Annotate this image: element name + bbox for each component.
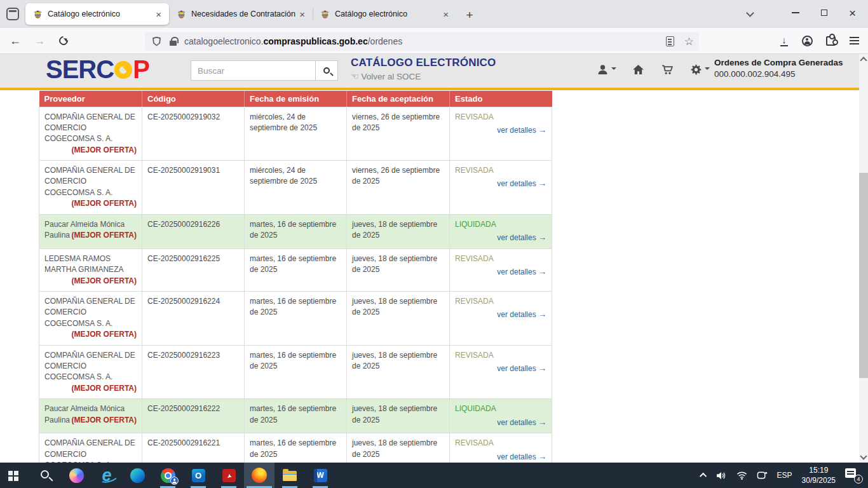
status-label: LIQUIDADA — [455, 403, 546, 414]
outlook-taskbar-button[interactable]: O — [183, 463, 214, 488]
forward-button[interactable]: → — [29, 31, 50, 50]
extensions-button[interactable] — [820, 31, 841, 50]
edge-taskbar-button[interactable] — [122, 463, 153, 488]
browser-tab[interactable]: Catálogo electrónico× — [313, 3, 456, 25]
mejor-oferta-label: (MEJOR OFERTA) — [72, 276, 137, 287]
notification-center-button[interactable]: 4 — [845, 467, 862, 484]
clock[interactable]: 15:1930/9/2025 — [802, 465, 836, 485]
tab-close-icon[interactable]: × — [153, 10, 164, 19]
orders-label: Ordenes de Compra Generadas — [714, 58, 853, 67]
scroll-down-icon[interactable] — [860, 452, 867, 459]
account-button[interactable] — [797, 31, 817, 50]
ver-detalles-line: ver detalles → — [455, 451, 546, 463]
search-button[interactable] — [316, 60, 338, 81]
home-button[interactable] — [632, 63, 645, 76]
search-taskbar-button[interactable] — [31, 463, 61, 488]
cart-button[interactable] — [660, 63, 674, 76]
url-text[interactable]: catalogoelectronico.compraspublicas.gob.… — [184, 36, 666, 46]
browser-tab[interactable]: Necesidades de Contratación y× — [169, 3, 313, 25]
ver-detalles-link[interactable]: ver detalles — [497, 126, 538, 135]
downloads-icon: ↓ — [780, 35, 788, 46]
screen: Catálogo electrónico×Necesidades de Cont… — [0, 0, 868, 488]
order-row: Paucar Almeida Mónica Paulina (MEJOR OFE… — [39, 399, 552, 433]
meet-now-icon[interactable] — [757, 471, 768, 480]
chrome-taskbar-button[interactable] — [153, 463, 183, 488]
scrollbar-thumb[interactable] — [859, 173, 868, 378]
ie-taskbar-button[interactable]: e — [92, 463, 122, 488]
table-header-row: ProveedorCódigoFecha de emisiónFecha de … — [39, 91, 552, 107]
start-taskbar-button[interactable] — [0, 463, 31, 488]
tab-close-icon[interactable]: × — [297, 10, 308, 19]
browser-tab[interactable]: Catálogo electrónico× — [25, 3, 169, 25]
tracking-shield-icon[interactable] — [153, 37, 161, 46]
tab-close-icon[interactable]: × — [440, 10, 451, 19]
minimize-button[interactable] — [781, 0, 810, 25]
ecuador-crest-icon — [33, 10, 43, 19]
status-cell: REVISADAver detalles → — [450, 107, 552, 161]
downloads-button[interactable]: ↓ — [774, 31, 794, 50]
restore-button[interactable] — [810, 0, 838, 25]
ver-detalles-link[interactable]: ver detalles — [497, 364, 538, 373]
word-taskbar-button[interactable]: W — [305, 463, 336, 488]
hand-back-icon: ☜ — [351, 71, 359, 81]
new-tab-button[interactable]: + — [461, 6, 478, 23]
firefox-icon — [252, 468, 267, 483]
menu-button[interactable] — [844, 31, 864, 50]
ecuador-crest-icon — [320, 10, 330, 19]
acrobat-taskbar-button[interactable] — [214, 463, 244, 488]
orders-table-wrap: ProveedorCódigoFecha de emisiónFecha de … — [39, 91, 552, 488]
scroll-up-icon[interactable] — [860, 57, 867, 64]
ver-detalles-line: ver detalles → — [455, 266, 546, 278]
page-title-block: CATÁLOGO ELECTRÓNICO ☜Volver al SOCE — [351, 57, 496, 81]
status-cell: REVISADAver detalles → — [450, 345, 552, 399]
edge-icon — [130, 468, 145, 483]
column-header: Proveedor — [39, 91, 142, 107]
ver-detalles-link[interactable]: ver detalles — [497, 233, 538, 242]
puzzle-icon — [826, 36, 836, 46]
orders-number: 000.000.002.904.495 — [714, 69, 853, 79]
firefox-taskbar-button[interactable] — [244, 463, 275, 488]
settings-menu-button[interactable] — [689, 63, 710, 76]
logo-p: P — [133, 55, 149, 83]
page-scrollbar[interactable] — [859, 54, 868, 463]
list-all-tabs-button[interactable] — [736, 0, 764, 25]
language-indicator[interactable]: ESP — [777, 471, 792, 480]
volume-icon[interactable] — [716, 471, 727, 480]
emission-date-cell: martes, 16 de septiembre de 2025 — [245, 399, 347, 433]
copilot-taskbar-button[interactable] — [61, 463, 92, 488]
ver-detalles-line: ver detalles → — [455, 178, 546, 190]
emission-date-cell: martes, 16 de septiembre de 2025 — [245, 345, 347, 399]
site-search — [191, 60, 338, 81]
clock-date: 30/9/2025 — [802, 476, 836, 485]
sercop-logo[interactable]: SERCP — [46, 55, 149, 84]
url-bar[interactable]: catalogoelectronico.compraspublicas.gob.… — [145, 32, 699, 51]
arrow-right-icon: → — [538, 125, 546, 135]
firefox-view-icon[interactable] — [6, 8, 19, 20]
orders-table: ProveedorCódigoFecha de emisiónFecha de … — [39, 91, 552, 488]
ver-detalles-line: ver detalles → — [455, 417, 546, 429]
ver-detalles-link[interactable]: ver detalles — [497, 452, 538, 461]
tray-expand-icon[interactable] — [700, 473, 707, 480]
back-button[interactable]: ← — [5, 31, 25, 50]
reload-button[interactable] — [53, 31, 74, 50]
search-input[interactable] — [191, 60, 316, 81]
ecuador-crest-icon — [177, 10, 186, 19]
order-row: COMPAÑIA GENERAL DE COMERCIO COGECOMSA S… — [39, 292, 552, 346]
wifi-icon[interactable] — [736, 471, 747, 480]
reader-mode-icon[interactable] — [666, 36, 674, 46]
user-menu-button[interactable] — [596, 63, 616, 76]
ver-detalles-link[interactable]: ver detalles — [497, 310, 538, 319]
back-to-soce-link[interactable]: ☜Volver al SOCE — [351, 71, 496, 81]
close-window-button[interactable]: × — [838, 0, 867, 25]
lock-icon[interactable] — [170, 41, 177, 46]
bookmark-star-icon[interactable]: ☆ — [684, 36, 694, 47]
ver-detalles-link[interactable]: ver detalles — [497, 179, 538, 188]
status-label: REVISADA — [455, 296, 546, 307]
ver-detalles-link[interactable]: ver detalles — [497, 418, 538, 427]
explorer-taskbar-button[interactable] — [275, 463, 305, 488]
header-icon-group — [596, 63, 710, 76]
status-cell: REVISADAver detalles → — [450, 292, 552, 346]
status-cell: LIQUIDADAver detalles → — [450, 214, 552, 248]
order-code-cell: CE-20250002919031 — [142, 161, 245, 215]
ver-detalles-link[interactable]: ver detalles — [497, 268, 538, 276]
